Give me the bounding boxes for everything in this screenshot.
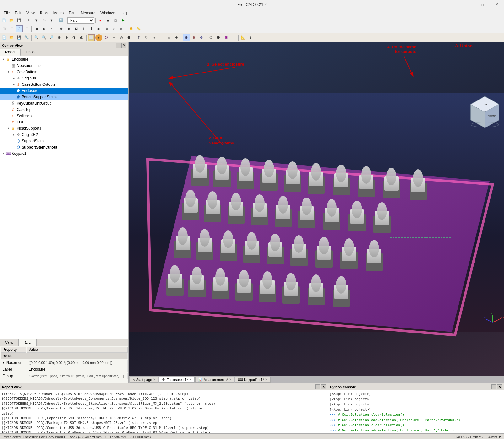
tree-item-casebottom[interactable]: ▼ ⊙ CaseBottom	[0, 69, 128, 75]
tb3-5[interactable]: 🔍	[33, 34, 40, 41]
tb-new[interactable]: 📄	[1, 17, 8, 24]
tree-toggle-bottomsupportstems[interactable]	[11, 95, 16, 99]
tree-item-origin042[interactable]: ▶ ✛ Origin042	[0, 132, 128, 138]
report-minimize[interactable]: _	[315, 384, 320, 389]
vp-tab-measurements-close[interactable]: ✕	[229, 378, 232, 381]
python-minimize[interactable]: _	[491, 384, 496, 389]
tb3-box[interactable]: ⬜	[88, 34, 95, 41]
tb3-9[interactable]: ⊖	[63, 34, 70, 41]
tb2-bottom[interactable]: ⬇	[88, 25, 95, 32]
workbench-selector[interactable]: Part PartDesign Sketcher	[67, 17, 94, 24]
menu-macro[interactable]: Macro	[51, 10, 66, 16]
tb2-front[interactable]: ◉	[95, 25, 102, 32]
tb3-cut[interactable]: ⊖	[190, 34, 197, 41]
tb2-3[interactable]: ⬡	[16, 25, 23, 32]
tb3-11[interactable]: ◐	[78, 34, 85, 41]
tb3-mirror[interactable]: ⇆	[150, 34, 157, 41]
tree-toggle-casebottom[interactable]: ▼	[6, 70, 11, 74]
tb2-zoom-fit[interactable]: ⊕	[58, 25, 65, 32]
maximize-button[interactable]: □	[475, 0, 490, 9]
tree-toggle-kicadsupports[interactable]: ▼	[6, 126, 11, 131]
tb-white-square[interactable]: □	[112, 17, 119, 24]
tree-item-measurements[interactable]: ▦ Measurements	[0, 62, 128, 69]
tb3-3[interactable]: 💾	[16, 34, 23, 41]
menu-part[interactable]: Part	[66, 10, 78, 16]
tb3-prism[interactable]: ⬟	[126, 34, 132, 41]
menu-windows[interactable]: Windows	[98, 10, 118, 16]
tb2-left[interactable]: ◁	[110, 25, 117, 32]
tree-toggle-supportstem[interactable]	[11, 139, 16, 143]
vp-tab-keypad1[interactable]: ⌨ Keypad1 : 1* ✕	[235, 377, 271, 383]
tb3-fillet[interactable]: ⌒	[158, 34, 165, 41]
tb2-views[interactable]: ⬕	[73, 25, 80, 32]
tb3-7[interactable]: 🔎	[48, 34, 55, 41]
tb-black-square[interactable]: ■	[105, 17, 111, 24]
menu-help[interactable]: Help	[118, 10, 131, 16]
tb3-revolve[interactable]: ↻	[143, 34, 150, 41]
tree-toggle-keypad1[interactable]: ▶	[1, 151, 6, 156]
tb-red-circle[interactable]: ●	[97, 17, 104, 24]
tb3-8[interactable]: ⊕	[56, 34, 62, 41]
tb3-chamfer[interactable]: ⌓	[165, 34, 172, 41]
tb2-top[interactable]: ⬆	[80, 25, 87, 32]
tb3-union[interactable]: ⊕	[183, 34, 190, 41]
combo-view-btn2[interactable]: ✕	[121, 43, 126, 48]
vp-tab-enclosure[interactable]: ⚙ Enclosure : 1* ✕	[159, 377, 194, 383]
vp-tab-measurements[interactable]: 📊 Measurements* ✕	[195, 377, 234, 383]
prop-tab-view[interactable]: View	[0, 339, 19, 346]
vp-tab-startpage[interactable]: ⌂ Start page ✕	[130, 377, 158, 383]
tree-toggle-switches[interactable]	[6, 114, 11, 118]
tree-toggle-casebottomcutouts[interactable]: ▶	[11, 82, 16, 87]
tree-toggle-pcb[interactable]	[6, 120, 11, 124]
python-close[interactable]: ✕	[497, 384, 502, 389]
tb3-intersect[interactable]: ⊗	[198, 34, 205, 41]
tb3-extrude[interactable]: ⬆	[135, 34, 142, 41]
tb3-1[interactable]: 📄	[1, 34, 8, 41]
tb2-2[interactable]: ⊡	[8, 25, 15, 32]
tb2-home[interactable]: ⌂	[48, 25, 55, 32]
tree-toggle-supportstemcutout[interactable]	[11, 145, 16, 149]
tree-item-supportstem[interactable]: ⬡ SupportStem	[0, 138, 128, 144]
tree-toggle-casetop[interactable]	[6, 107, 11, 112]
tb2-back[interactable]: ◀	[33, 25, 40, 32]
report-content[interactable]: 11:25:21 ${KICAD8_3DMODEL_DIR}/Resistor_…	[0, 390, 328, 433]
tree-item-enclosure2[interactable]: ⬟ Enclosure	[0, 88, 128, 94]
tree-item-pcb[interactable]: ⊙ PCB	[0, 119, 128, 125]
tb2-1[interactable]: ⊞	[1, 25, 8, 32]
tb3-compound[interactable]: ⊞	[223, 34, 229, 41]
tree-item-casetop[interactable]: ⊙ CaseTop	[0, 106, 128, 113]
menu-view[interactable]: View	[24, 10, 37, 16]
tb3-cyl[interactable]: ⬡	[103, 34, 110, 41]
tb2-right[interactable]: ▷	[118, 25, 125, 32]
tb-redo[interactable]: ↪	[40, 17, 47, 24]
tab-tasks[interactable]: Tasks	[21, 49, 41, 56]
tb2-back2[interactable]: ◎	[103, 25, 110, 32]
tree-item-keycutoutlinkgroup[interactable]: ⛓ KeyCutoutLinkGroup	[0, 100, 128, 106]
tree-toggle-origin042[interactable]: ▶	[11, 133, 16, 137]
tree-item-enclosure[interactable]: ▼ ⊞ Enclosure	[0, 56, 128, 62]
vp-tab-keypad1-close[interactable]: ✕	[265, 378, 268, 381]
tb3-boolean[interactable]: ⊕	[173, 34, 180, 41]
tree-toggle-enclosure2[interactable]	[11, 89, 16, 93]
tb-redo-arrow[interactable]: ▼	[48, 17, 55, 24]
tb3-offset[interactable]: ⬡	[207, 34, 214, 41]
tb3-more[interactable]: ⋯	[230, 34, 237, 41]
tb3-10[interactable]: ◑	[71, 34, 78, 41]
tab-model[interactable]: Model	[0, 49, 21, 56]
report-close[interactable]: ✕	[321, 384, 326, 389]
combo-view-btn1[interactable]: _	[116, 43, 121, 48]
vp-tab-startpage-close[interactable]: ✕	[153, 378, 156, 381]
menu-measure[interactable]: Measure	[78, 10, 98, 16]
tb-undo-arrow[interactable]: ▼	[33, 17, 40, 24]
tb2-measure[interactable]: 📏	[135, 25, 142, 32]
tree-toggle-origin001[interactable]: ▶	[11, 76, 16, 80]
viewport[interactable]: TOP FRONT X Z Y	[129, 42, 504, 383]
tb2-select[interactable]: ✋	[128, 25, 135, 32]
tree-item-keypad1[interactable]: ▶ ⌨ Keypad1	[0, 150, 128, 157]
tb2-fwd[interactable]: ▶	[40, 25, 47, 32]
python-content[interactable]: [<App::Link object>] [<App::Link object>…	[328, 390, 504, 433]
menu-tools[interactable]: Tools	[37, 10, 51, 16]
tree-item-supportstemcutout[interactable]: ⬡ SupportStemCutout	[0, 144, 128, 150]
tb3-measure2[interactable]: 📐	[240, 34, 247, 41]
tb-open[interactable]: 📂	[8, 17, 15, 24]
